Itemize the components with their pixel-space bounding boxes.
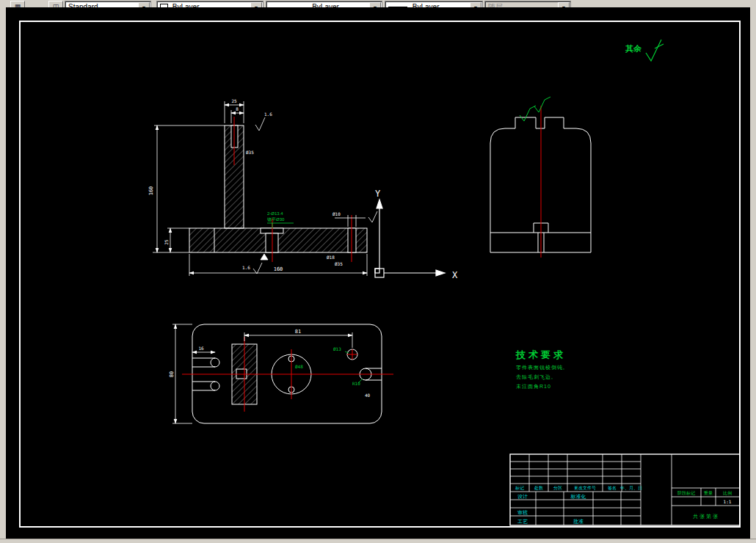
front-view-notes: 2-Ø13.4 锪平Ø30 bbox=[266, 211, 285, 222]
tb-header-sign: 签名 bbox=[608, 486, 617, 491]
plan-view-notes: Ø48 Ø13 R10 bbox=[295, 346, 360, 386]
left-margin bbox=[0, 7, 6, 539]
dim-text-width: 160 bbox=[274, 266, 283, 272]
tb-role-standard: 标准化 bbox=[570, 494, 586, 500]
dim-text-counterbore-dia: Ø18 bbox=[327, 255, 335, 260]
tb-header-date: 年、月、日 bbox=[620, 486, 642, 491]
status-strip bbox=[0, 539, 756, 543]
dim-text-16: 16 bbox=[198, 346, 204, 351]
technical-requirements: 技术要求 零件表面锐棱倒钝, 去除毛刺飞边, 未注圆角R10 bbox=[516, 349, 566, 390]
dim-text-40: 40 bbox=[365, 393, 371, 398]
tb-header-file: 更改文件号 bbox=[574, 485, 596, 490]
dim-text-hole-dia: Ø10 bbox=[332, 211, 341, 216]
roughness-value-bottom: 1.6 bbox=[242, 265, 250, 270]
tb-sheet-info: 共 张 第 张 bbox=[693, 514, 718, 520]
tb-header-mark: 标记 bbox=[515, 485, 524, 491]
tb-role-approve: 批准 bbox=[573, 519, 584, 525]
surplus-note-label: 其余 bbox=[625, 44, 642, 54]
dim-text-slot-width: 8 bbox=[236, 106, 239, 112]
front-view bbox=[189, 125, 367, 252]
dim-text-column-width: 25 bbox=[231, 98, 237, 103]
roughness-value-top: 1.6 bbox=[264, 112, 272, 117]
hole-dia-label: Ø13 bbox=[333, 346, 341, 351]
axis-label-y: Y bbox=[375, 189, 381, 199]
technical-requirements-line: 去除毛刺飞边, bbox=[516, 373, 566, 381]
tb-stage-label: 阶段标记 bbox=[677, 490, 695, 496]
technical-requirements-title: 技术要求 bbox=[516, 349, 566, 362]
technical-requirements-line: 零件表面锐棱倒钝, bbox=[516, 363, 566, 371]
tb-role-check: 审核 bbox=[517, 510, 528, 516]
tb-role-process: 工艺 bbox=[517, 519, 528, 524]
bore-dia-label: Ø48 bbox=[295, 364, 303, 369]
drawing-svg: 160 25 8 25 1.6 Ø35 Ø10 Ø18 Ø35 1.6 160 … bbox=[6, 7, 750, 539]
cad-application-window: { "toolbar": { "style_label": "Standard"… bbox=[0, 0, 756, 543]
tb-header-zone: 分区 bbox=[553, 485, 562, 490]
technical-requirements-line: 未注圆角R10 bbox=[516, 382, 566, 390]
surplus-roughness-icon bbox=[646, 40, 664, 61]
dim-text-counterbore-dia2: Ø35 bbox=[335, 261, 343, 266]
dim-text-height: 160 bbox=[148, 186, 154, 196]
dim-text-80: 80 bbox=[169, 371, 175, 377]
drawing-canvas[interactable]: 160 25 8 25 1.6 Ø35 Ø10 Ø18 Ø35 1.6 160 … bbox=[6, 7, 750, 539]
hole-note-line2: 锪平Ø30 bbox=[266, 216, 285, 222]
title-block-right-texts: 阶段标记 重量 比例 1:1 共 张 第 张 bbox=[677, 490, 732, 520]
sheet-border-frame bbox=[20, 21, 740, 527]
slot-radius-label: R10 bbox=[352, 381, 360, 386]
tb-scale-label: 比例 bbox=[723, 491, 732, 496]
right-margin bbox=[750, 7, 756, 539]
plan-view-dim-texts: 81 16 80 40 bbox=[169, 329, 371, 398]
tb-role-design: 设计 bbox=[517, 494, 528, 499]
axis-label-x: X bbox=[452, 270, 458, 280]
dim-text-81: 81 bbox=[295, 329, 301, 335]
hole-note-line1: 2-Ø13.4 bbox=[267, 211, 283, 216]
tb-scale-value: 1:1 bbox=[724, 499, 732, 504]
tb-header-count: 处数 bbox=[534, 485, 543, 491]
ucs-icon bbox=[375, 200, 445, 277]
title-block-texts: 标记 处数 分区 更改文件号 签名 年、月、日 设计 标准化 审核 工艺 批准 bbox=[515, 485, 642, 525]
plan-view-centerlines bbox=[182, 337, 393, 412]
tb-weight-label: 重量 bbox=[703, 490, 713, 495]
dim-text-column-dia: Ø35 bbox=[246, 150, 254, 155]
dim-text-base-height: 25 bbox=[164, 239, 169, 245]
